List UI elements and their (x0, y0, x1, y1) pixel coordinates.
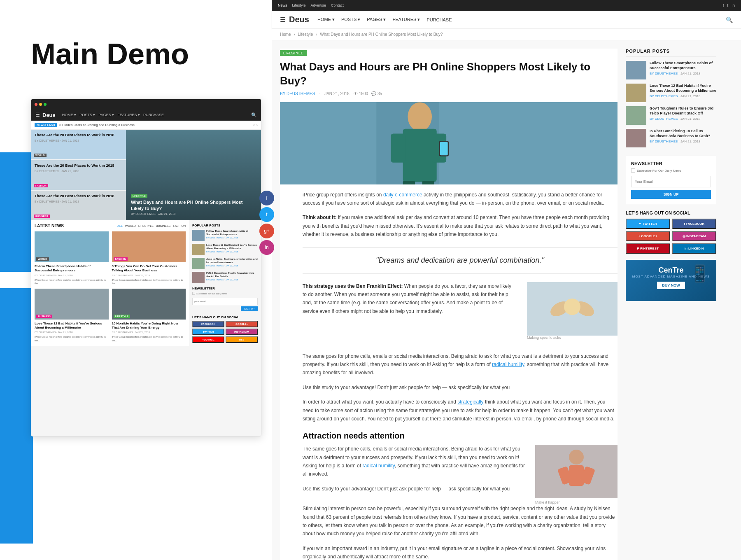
popular-posts-title: POPULAR POSTS (626, 49, 716, 57)
hero-main-card[interactable]: LIFESTYLE What Days and Hours are PH Onl… (126, 130, 261, 220)
article-container: LIFESTYLE What Days and Hours are PH Onl… (272, 40, 725, 560)
share-googleplus-btn[interactable]: g+ (259, 224, 274, 238)
browser-social-facebook[interactable]: FACEBOOK (192, 321, 224, 327)
top-nav-contact[interactable]: Contact (331, 3, 344, 7)
article-radical-link-2[interactable]: radical humility (362, 463, 394, 469)
main-nav-hamburger[interactable]: ☰ (280, 16, 286, 23)
top-nav-lifestyle[interactable]: Lifestyle (292, 3, 306, 7)
main-nav-search-icon[interactable]: 🔍 (726, 16, 733, 23)
browser-newsletter-btn[interactable]: SIGN UP (241, 306, 258, 311)
facebook-icon[interactable]: f (723, 3, 724, 8)
social-hang-googleplus[interactable]: + GOOGLE+ (626, 231, 670, 241)
article-inline-img-2 (535, 445, 618, 498)
browser-social-googleplus[interactable]: GOOGLE+ (226, 321, 258, 327)
newsletter-email-input[interactable] (631, 176, 711, 187)
svg-point-15 (569, 450, 584, 464)
browser-social-instagram[interactable]: INSTAGRAM (226, 329, 258, 335)
social-hang-twitter[interactable]: ✦ TWITTER (626, 219, 670, 229)
breadcrumb: Home › Lifestyle › What Days and Hours a… (272, 29, 741, 40)
article-strategically-link[interactable]: strategically (457, 399, 483, 405)
news-card-4[interactable]: LIFESTYLE 10 Horrible Habits You're Doin… (112, 289, 186, 343)
news-card-3[interactable]: BUSINESS Lose These 12 Bad Habits if You… (35, 289, 109, 343)
hero-card-1[interactable]: These Are the 20 Best Places to Work in … (31, 130, 126, 159)
newsletter-signup-btn[interactable]: SIGN UP (631, 190, 711, 199)
news-card-2[interactable]: FASHION 3 Things You Can Do Get Your Cus… (112, 231, 186, 285)
popular-post-1[interactable]: Follow These Smartphone Habits of Succes… (626, 61, 716, 79)
hamburger-icon[interactable]: ☰ (35, 112, 40, 118)
browser-nav-features[interactable]: FEATURES ▾ (117, 113, 140, 117)
newsflash-prev-arrow[interactable]: ‹ (253, 123, 254, 127)
social-hang-pinterest[interactable]: P PINTEREST (626, 243, 670, 254)
browser-nav-pages[interactable]: PAGES ▾ (98, 113, 114, 117)
browser-nav-purchase[interactable]: PURCHASE (143, 113, 164, 117)
blue-decorative-block-bottom (0, 288, 33, 544)
newsletter-title: NEWSLETTER (631, 161, 711, 166)
browser-pop-item-3[interactable]: June in Africa: Taxi wars, smarter citie… (192, 258, 258, 269)
newsletter-checkbox[interactable] (631, 168, 635, 173)
social-hang-instagram[interactable]: ◎ INSTAGRAM (672, 231, 717, 241)
browser-pop-img-4 (192, 272, 205, 283)
browser-social-twitter[interactable]: TWITTER (192, 329, 224, 335)
social-share-buttons: f t g+ in (259, 191, 274, 255)
article-figure-inline-wrap: This strategy uses the Ben Franklin Effe… (303, 282, 618, 346)
article-figure-1: Making specific asks (527, 282, 618, 340)
twitter-icon[interactable]: t (727, 3, 728, 8)
browser-logo: Deus (42, 112, 56, 118)
search-icon[interactable]: 🔍 (251, 112, 257, 118)
main-demo-title: Main Demo (31, 37, 189, 71)
instagram-icon[interactable]: in (732, 3, 735, 8)
popular-post-3[interactable]: Gov't Toughens Rules to Ensure 3rd Telco… (626, 106, 716, 125)
breadcrumb-home[interactable]: Home (280, 32, 291, 37)
article-ecommerce-link[interactable]: daily e-commerce (383, 192, 422, 198)
main-nav-features[interactable]: FEATURES ▾ (392, 17, 420, 22)
browser-newsletter-checkbox[interactable] (192, 292, 195, 295)
article-author[interactable]: BY DEUSTHEMES (280, 91, 315, 96)
share-instagram-btn[interactable]: in (259, 240, 274, 255)
main-nav-home[interactable]: HOME ▾ (317, 17, 335, 22)
popular-post-4[interactable]: Is Uber Considering To Sell Its Southeas… (626, 129, 716, 147)
popular-post-2[interactable]: Lose These 12 Bad Habits if You're Serio… (626, 84, 716, 102)
news-card-1[interactable]: WORLD Follow These Smartphone Habits of … (35, 231, 109, 285)
share-facebook-btn[interactable]: f (259, 191, 274, 205)
browser-pop-item-4[interactable]: PUBG Desert Map Finally Revealed, Here A… (192, 272, 258, 283)
share-twitter-btn[interactable]: t (259, 207, 274, 222)
browser-popular-posts-title: POPULAR POSTS (192, 224, 258, 227)
browser-pop-item-1[interactable]: Follow These Smartphone Habits of Succes… (192, 230, 258, 241)
filter-all[interactable]: ALL (117, 224, 122, 227)
filter-lifestyle[interactable]: LIFESTYLE (138, 224, 154, 227)
breadcrumb-section[interactable]: Lifestyle (298, 32, 313, 37)
browser-social-youtube[interactable]: YOUTUBE (192, 336, 224, 343)
social-hang-linkedin[interactable]: in LINKEDIN (672, 243, 717, 254)
news-card-4-by: BY DEUSTHEMES · JAN 21, 2018 (112, 331, 186, 334)
browser-pop-item-2[interactable]: Lose These 12 Bad Habits if You're Serio… (192, 244, 258, 255)
article-quote-text: "Dreams and dedication are powerful comb… (376, 256, 544, 264)
hero-card-2[interactable]: These Are the 20 Best Places to Work in … (31, 160, 126, 190)
blue-decorative-block-left (0, 152, 33, 272)
news-card-3-text: iPrice Group report offers insights on d… (35, 335, 109, 342)
filter-fashion[interactable]: FASHION (173, 224, 186, 227)
ad-buy-now-btn[interactable]: BUY NOW (657, 282, 685, 289)
hero-card-3[interactable]: These Are the 20 Best Places to Work in … (31, 191, 126, 220)
main-nav-posts[interactable]: POSTS ▾ (341, 17, 360, 22)
filter-world[interactable]: WORLD (125, 224, 136, 227)
top-nav-advertise[interactable]: Advertise (311, 3, 326, 7)
browser-newsletter-input[interactable] (192, 298, 258, 305)
browser-pop-info-3: June in Africa: Taxi wars, smarter citie… (206, 258, 258, 269)
browser-nav-home[interactable]: HOME ▾ (62, 113, 77, 117)
filter-business[interactable]: BUSINESS (156, 224, 170, 227)
popular-post-author-3: BY DEUSTHEMES (650, 117, 678, 121)
top-nav-news[interactable]: News (278, 3, 287, 7)
article-radical-link[interactable]: radical humility (492, 362, 524, 367)
main-nav-pages[interactable]: PAGES ▾ (367, 17, 386, 22)
newsflash-next-arrow[interactable]: › (256, 123, 258, 127)
social-hang-facebook[interactable]: f FACEBOOK (672, 219, 717, 229)
popular-post-author-1: BY DEUSTHEMES (650, 72, 678, 75)
main-nav-items: HOME ▾ POSTS ▾ PAGES ▾ FEATURES ▾ PURCHA… (317, 17, 452, 22)
browser-nav-posts[interactable]: POSTS ▾ (79, 113, 95, 117)
main-nav-purchase[interactable]: PURCHASE (426, 17, 452, 22)
browser-social-rss[interactable]: RSS (226, 336, 258, 343)
news-card-3-title: Lose These 12 Bad Habits if You're Serio… (35, 322, 109, 330)
popular-post-meta-2: BY DEUSTHEMES · JAN 21, 2018 (650, 94, 716, 98)
popular-post-info-1: Follow These Smartphone Habits of Succes… (650, 61, 716, 75)
browser-pop-by-3: BY DEUSTHEMES · JAN 21, 2018 (206, 264, 258, 267)
